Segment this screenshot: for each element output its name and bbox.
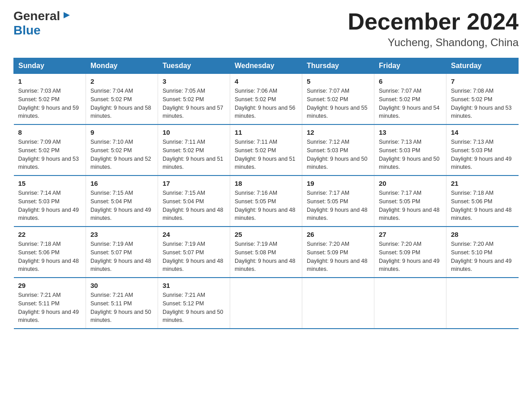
day-info: Sunrise: 7:15 AM Sunset: 5:04 PM Dayligh… [90, 189, 153, 223]
day-number: 30 [90, 282, 153, 289]
calendar-cell: 3 Sunrise: 7:05 AM Sunset: 5:02 PM Dayli… [158, 74, 230, 125]
day-info: Sunrise: 7:07 AM Sunset: 5:02 PM Dayligh… [307, 87, 369, 120]
logo-arrow-icon [62, 10, 72, 22]
day-number: 12 [307, 128, 369, 136]
title-section: December 2024 Yucheng, Shandong, China [348, 9, 519, 49]
calendar-cell [230, 278, 302, 329]
day-info: Sunrise: 7:11 AM Sunset: 5:02 PM Dayligh… [235, 138, 297, 171]
column-header-tuesday: Tuesday [158, 58, 230, 74]
calendar-cell: 29 Sunrise: 7:21 AM Sunset: 5:11 PM Dayl… [14, 278, 86, 329]
calendar-cell: 10 Sunrise: 7:11 AM Sunset: 5:02 PM Dayl… [158, 124, 230, 176]
calendar-cell: 2 Sunrise: 7:04 AM Sunset: 5:02 PM Dayli… [86, 74, 158, 125]
day-number: 8 [18, 128, 82, 136]
day-info: Sunrise: 7:21 AM Sunset: 5:11 PM Dayligh… [18, 291, 82, 325]
calendar-week-row: 8 Sunrise: 7:09 AM Sunset: 5:02 PM Dayli… [14, 124, 519, 176]
day-number: 31 [163, 282, 225, 289]
logo: General Blue [13, 9, 72, 38]
day-info: Sunrise: 7:20 AM Sunset: 5:09 PM Dayligh… [379, 240, 442, 274]
calendar-cell: 18 Sunrise: 7:16 AM Sunset: 5:05 PM Dayl… [230, 176, 302, 227]
column-header-sunday: Sunday [14, 58, 86, 74]
day-info: Sunrise: 7:06 AM Sunset: 5:02 PM Dayligh… [235, 87, 297, 120]
calendar-cell: 24 Sunrise: 7:19 AM Sunset: 5:07 PM Dayl… [158, 227, 230, 278]
day-info: Sunrise: 7:05 AM Sunset: 5:02 PM Dayligh… [163, 87, 225, 120]
logo-blue-text: Blue [13, 23, 41, 37]
calendar-cell: 28 Sunrise: 7:20 AM Sunset: 5:10 PM Dayl… [446, 227, 519, 278]
calendar-cell: 17 Sunrise: 7:15 AM Sunset: 5:04 PM Dayl… [158, 176, 230, 227]
page-header: General Blue December 2024 Yucheng, Shan… [13, 9, 519, 49]
day-number: 29 [18, 282, 82, 289]
calendar-cell [374, 278, 446, 329]
calendar-cell: 26 Sunrise: 7:20 AM Sunset: 5:09 PM Dayl… [302, 227, 374, 278]
column-header-saturday: Saturday [446, 58, 519, 74]
calendar-cell: 23 Sunrise: 7:19 AM Sunset: 5:07 PM Dayl… [86, 227, 158, 278]
column-header-wednesday: Wednesday [230, 58, 302, 74]
day-number: 22 [18, 231, 82, 238]
day-info: Sunrise: 7:14 AM Sunset: 5:03 PM Dayligh… [18, 189, 82, 223]
day-number: 11 [235, 128, 297, 136]
day-info: Sunrise: 7:15 AM Sunset: 5:04 PM Dayligh… [163, 189, 225, 223]
column-header-thursday: Thursday [302, 58, 374, 74]
day-number: 10 [163, 128, 225, 136]
column-header-monday: Monday [86, 58, 158, 74]
location: Yucheng, Shandong, China [348, 36, 519, 49]
day-number: 16 [90, 180, 153, 187]
day-info: Sunrise: 7:18 AM Sunset: 5:06 PM Dayligh… [18, 240, 82, 274]
day-number: 21 [451, 180, 514, 187]
calendar-cell: 4 Sunrise: 7:06 AM Sunset: 5:02 PM Dayli… [230, 74, 302, 125]
day-info: Sunrise: 7:09 AM Sunset: 5:02 PM Dayligh… [18, 138, 82, 171]
calendar-cell: 25 Sunrise: 7:19 AM Sunset: 5:08 PM Dayl… [230, 227, 302, 278]
calendar-cell: 14 Sunrise: 7:13 AM Sunset: 5:03 PM Dayl… [446, 124, 519, 176]
calendar-cell: 30 Sunrise: 7:21 AM Sunset: 5:11 PM Dayl… [86, 278, 158, 329]
day-number: 4 [235, 77, 297, 85]
day-number: 23 [90, 231, 153, 238]
day-info: Sunrise: 7:13 AM Sunset: 5:03 PM Dayligh… [451, 138, 514, 171]
day-info: Sunrise: 7:17 AM Sunset: 5:05 PM Dayligh… [379, 189, 442, 223]
calendar-cell: 27 Sunrise: 7:20 AM Sunset: 5:09 PM Dayl… [374, 227, 446, 278]
calendar-cell: 6 Sunrise: 7:07 AM Sunset: 5:02 PM Dayli… [374, 74, 446, 125]
day-number: 5 [307, 77, 369, 85]
calendar-cell: 15 Sunrise: 7:14 AM Sunset: 5:03 PM Dayl… [14, 176, 86, 227]
day-info: Sunrise: 7:19 AM Sunset: 5:07 PM Dayligh… [90, 240, 153, 274]
day-info: Sunrise: 7:13 AM Sunset: 5:03 PM Dayligh… [379, 138, 442, 171]
day-info: Sunrise: 7:21 AM Sunset: 5:11 PM Dayligh… [90, 291, 153, 325]
day-info: Sunrise: 7:08 AM Sunset: 5:02 PM Dayligh… [451, 87, 514, 120]
day-info: Sunrise: 7:04 AM Sunset: 5:02 PM Dayligh… [90, 87, 153, 120]
day-number: 28 [451, 231, 514, 238]
day-number: 27 [379, 231, 442, 238]
day-number: 25 [235, 231, 297, 238]
calendar-cell: 7 Sunrise: 7:08 AM Sunset: 5:02 PM Dayli… [446, 74, 519, 125]
day-info: Sunrise: 7:20 AM Sunset: 5:10 PM Dayligh… [451, 240, 514, 274]
calendar-header-row: SundayMondayTuesdayWednesdayThursdayFrid… [14, 58, 519, 74]
calendar-cell: 11 Sunrise: 7:11 AM Sunset: 5:02 PM Dayl… [230, 124, 302, 176]
day-info: Sunrise: 7:19 AM Sunset: 5:08 PM Dayligh… [235, 240, 297, 274]
column-header-friday: Friday [374, 58, 446, 74]
calendar-week-row: 15 Sunrise: 7:14 AM Sunset: 5:03 PM Dayl… [14, 176, 519, 227]
day-number: 1 [18, 77, 82, 85]
calendar-cell: 13 Sunrise: 7:13 AM Sunset: 5:03 PM Dayl… [374, 124, 446, 176]
day-info: Sunrise: 7:18 AM Sunset: 5:06 PM Dayligh… [451, 189, 514, 223]
calendar-cell [446, 278, 519, 329]
calendar-week-row: 22 Sunrise: 7:18 AM Sunset: 5:06 PM Dayl… [14, 227, 519, 278]
calendar-cell: 16 Sunrise: 7:15 AM Sunset: 5:04 PM Dayl… [86, 176, 158, 227]
calendar-cell: 8 Sunrise: 7:09 AM Sunset: 5:02 PM Dayli… [14, 124, 86, 176]
day-info: Sunrise: 7:10 AM Sunset: 5:02 PM Dayligh… [90, 138, 153, 171]
day-number: 19 [307, 180, 369, 187]
day-number: 26 [307, 231, 369, 238]
day-number: 7 [451, 77, 514, 85]
calendar-cell: 21 Sunrise: 7:18 AM Sunset: 5:06 PM Dayl… [446, 176, 519, 227]
calendar-table: SundayMondayTuesdayWednesdayThursdayFrid… [13, 58, 519, 329]
day-number: 3 [163, 77, 225, 85]
logo-general-text: General [13, 9, 60, 23]
day-number: 18 [235, 180, 297, 187]
day-info: Sunrise: 7:19 AM Sunset: 5:07 PM Dayligh… [163, 240, 225, 274]
day-number: 6 [379, 77, 442, 85]
calendar-cell: 31 Sunrise: 7:21 AM Sunset: 5:12 PM Dayl… [158, 278, 230, 329]
calendar-cell: 20 Sunrise: 7:17 AM Sunset: 5:05 PM Dayl… [374, 176, 446, 227]
calendar-cell: 5 Sunrise: 7:07 AM Sunset: 5:02 PM Dayli… [302, 74, 374, 125]
calendar-cell: 19 Sunrise: 7:17 AM Sunset: 5:05 PM Dayl… [302, 176, 374, 227]
day-number: 20 [379, 180, 442, 187]
day-number: 24 [163, 231, 225, 238]
day-info: Sunrise: 7:07 AM Sunset: 5:02 PM Dayligh… [379, 87, 442, 120]
day-info: Sunrise: 7:20 AM Sunset: 5:09 PM Dayligh… [307, 240, 369, 274]
day-number: 17 [163, 180, 225, 187]
